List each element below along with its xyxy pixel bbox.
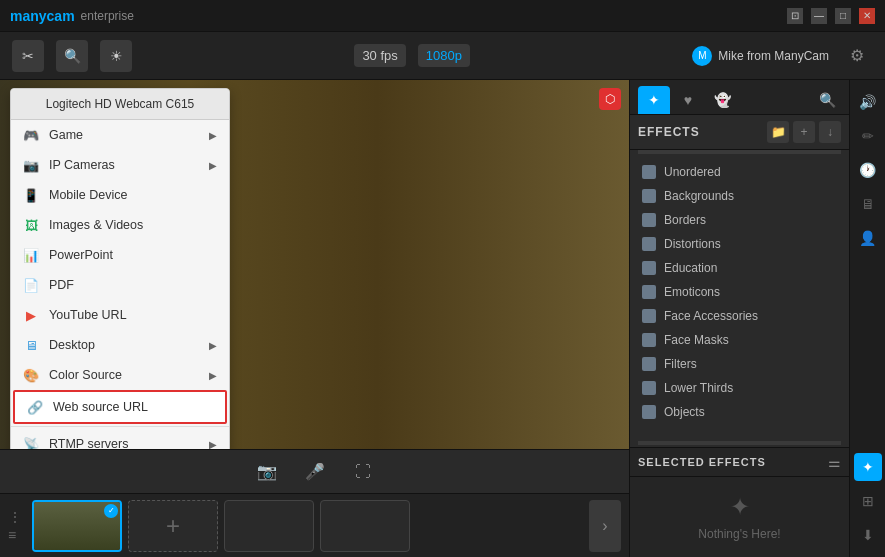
restore-btn[interactable]: ⊡ [787, 8, 803, 24]
rtmp-label: RTMP servers [49, 437, 128, 449]
ppt-label: PowerPoint [49, 248, 113, 262]
fps-display: 30 fps [354, 44, 405, 67]
layer-thumb-1[interactable]: ✓ [32, 500, 122, 552]
sidebar-draw-btn[interactable]: ✏ [854, 122, 882, 150]
effect-item-education[interactable]: Education [630, 256, 849, 280]
fullscreen-button[interactable]: ⛶ [347, 456, 379, 488]
folder-backgrounds-icon [642, 189, 656, 203]
folder-unordered-icon [642, 165, 656, 179]
tab-effects-magic[interactable]: ✦ [638, 86, 670, 114]
effect-label-distortions: Distortions [664, 237, 721, 251]
ppt-icon: 📊 [23, 247, 39, 263]
game-icon: 🎮 [23, 127, 39, 143]
selected-effects-settings-icon[interactable]: ⚌ [828, 454, 841, 470]
sidebar-layers-btn[interactable]: ⬇ [854, 521, 882, 549]
effect-item-distortions[interactable]: Distortions [630, 232, 849, 256]
layer-strip-controls: ⋮ ≡ [8, 509, 22, 543]
layer-dots-icon[interactable]: ⋮ [8, 509, 22, 525]
dropdown-item-youtube[interactable]: ▶ YouTube URL [11, 300, 229, 330]
minimize-btn[interactable]: — [811, 8, 827, 24]
sidebar-screen-btn[interactable]: 🖥 [854, 190, 882, 218]
layer-lines-icon[interactable]: ≡ [8, 527, 22, 543]
sidebar-grid-btn[interactable]: ⊞ [854, 487, 882, 515]
effects-add-btn[interactable]: + [793, 121, 815, 143]
folder-education-icon [642, 261, 656, 275]
ip-arrow: ▶ [209, 160, 217, 171]
desktop-label: Desktop [49, 338, 95, 352]
effect-item-borders[interactable]: Borders [630, 208, 849, 232]
effects-list: Unordered Backgrounds Borders Distortion… [630, 156, 849, 439]
dropdown-item-images[interactable]: 🖼 Images & Videos [11, 210, 229, 240]
selected-effects-panel: SELECTED EFFECTS ⚌ ✦ Nothing's Here! [630, 447, 849, 557]
app-logo: manycam [10, 8, 75, 24]
images-label: Images & Videos [49, 218, 143, 232]
folder-emoticons-icon [642, 285, 656, 299]
effect-item-face-masks[interactable]: Face Masks [630, 328, 849, 352]
dropdown-item-color[interactable]: 🎨 Color Source ▶ [11, 360, 229, 390]
main-toolbar: ✂ 🔍 ☀ 30 fps 1080p M Mike from ManyCam ⚙ [0, 32, 885, 80]
crop-button[interactable]: ✂ [12, 40, 44, 72]
title-bar-left: manycam enterprise [10, 8, 134, 24]
resolution-display: 1080p [418, 44, 470, 67]
sidebar-person-btn[interactable]: 👤 [854, 224, 882, 252]
user-avatar: M [692, 46, 712, 66]
layer-active-indicator: ✓ [104, 504, 118, 518]
add-layer-button[interactable]: + [128, 500, 218, 552]
dropdown-divider-1 [11, 426, 229, 427]
right-sidebar: 🔊 ✏ 🕐 🖥 👤 ✦ ⊞ ⬇ [849, 80, 885, 557]
layer-next-button[interactable]: › [589, 500, 621, 552]
effects-tabs: ✦ ♥ 👻 🔍 [630, 80, 849, 115]
dropdown-item-desktop[interactable]: 🖥 Desktop ▶ [11, 330, 229, 360]
record-icon: ⬡ [605, 92, 615, 106]
dropdown-header: Logitech HD Webcam C615 [11, 89, 229, 120]
effects-download-btn[interactable]: ↓ [819, 121, 841, 143]
dropdown-item-game[interactable]: 🎮 Game ▶ [11, 120, 229, 150]
youtube-label: YouTube URL [49, 308, 127, 322]
layer-empty-1 [224, 500, 314, 552]
images-icon: 🖼 [23, 217, 39, 233]
effect-item-filters[interactable]: Filters [630, 352, 849, 376]
folder-borders-icon [642, 213, 656, 227]
effect-item-objects[interactable]: Objects [630, 400, 849, 424]
effect-item-backgrounds[interactable]: Backgrounds [630, 184, 849, 208]
source-dropdown-menu: Logitech HD Webcam C615 🎮 Game ▶ 📷 IP Ca… [10, 88, 230, 449]
dropdown-item-ip[interactable]: 📷 IP Cameras ▶ [11, 150, 229, 180]
effects-search-button[interactable]: 🔍 [813, 86, 841, 114]
effect-item-lower-thirds[interactable]: Lower Thirds [630, 376, 849, 400]
selected-effects-body: ✦ Nothing's Here! [630, 477, 849, 557]
zoom-button[interactable]: 🔍 [56, 40, 88, 72]
color-arrow: ▶ [209, 370, 217, 381]
effect-item-emoticons[interactable]: Emoticons [630, 280, 849, 304]
youtube-icon: ▶ [23, 307, 39, 323]
sidebar-clock-btn[interactable]: 🕐 [854, 156, 882, 184]
folder-objects-icon [642, 405, 656, 419]
sidebar-volume-btn[interactable]: 🔊 [854, 88, 882, 116]
maximize-btn[interactable]: □ [835, 8, 851, 24]
dropdown-item-ppt[interactable]: 📊 PowerPoint [11, 240, 229, 270]
tab-effects-mask[interactable]: 👻 [706, 86, 738, 114]
close-btn[interactable]: ✕ [859, 8, 875, 24]
screenshot-button[interactable]: 📷 [251, 456, 283, 488]
brightness-button[interactable]: ☀ [100, 40, 132, 72]
sidebar-magic-btn[interactable]: ✦ [854, 453, 882, 481]
effects-folder-btn[interactable]: 📁 [767, 121, 789, 143]
effects-header: EFFECTS 📁 + ↓ [630, 115, 849, 150]
desktop-arrow: ▶ [209, 340, 217, 351]
color-icon: 🎨 [23, 367, 39, 383]
effect-label-backgrounds: Backgrounds [664, 189, 734, 203]
effect-item-face-accessories[interactable]: Face Accessories [630, 304, 849, 328]
right-panel: ✦ ♥ 👻 🔍 EFFECTS 📁 + ↓ Unordered Backgrou… [629, 80, 849, 557]
tab-effects-heart[interactable]: ♥ [672, 86, 704, 114]
title-bar-controls: ⊡ — □ ✕ [787, 8, 875, 24]
rtmp-icon: 📡 [23, 436, 39, 449]
settings-button[interactable]: ⚙ [841, 40, 873, 72]
mic-button[interactable]: 🎤 [299, 456, 331, 488]
dropdown-item-mobile[interactable]: 📱 Mobile Device [11, 180, 229, 210]
preview-controls: 📷 🎤 ⛶ [0, 449, 629, 493]
record-indicator[interactable]: ⬡ [599, 88, 621, 110]
dropdown-item-web[interactable]: 🔗 Web source URL [13, 390, 227, 424]
dropdown-item-pdf[interactable]: 📄 PDF [11, 270, 229, 300]
effect-item-unordered[interactable]: Unordered [630, 160, 849, 184]
dropdown-item-rtmp[interactable]: 📡 RTMP servers ▶ [11, 429, 229, 449]
effect-label-objects: Objects [664, 405, 705, 419]
